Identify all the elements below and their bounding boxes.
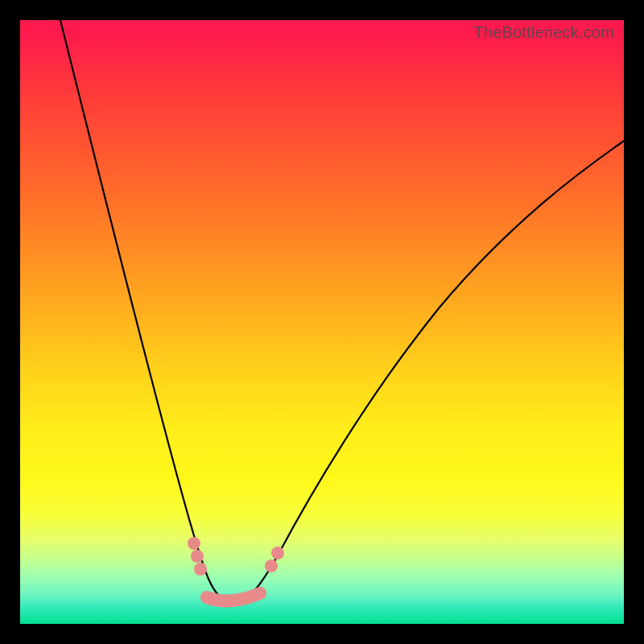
chart-plot-area: TheBottleneck.com (20, 20, 624, 624)
bottleneck-curve (60, 20, 624, 602)
data-dot (191, 550, 204, 563)
data-dot (188, 537, 200, 550)
trough-marker (207, 593, 260, 601)
data-dot (265, 559, 278, 572)
data-dot (194, 563, 207, 576)
data-dot (271, 547, 284, 559)
curve-svg (20, 20, 624, 624)
